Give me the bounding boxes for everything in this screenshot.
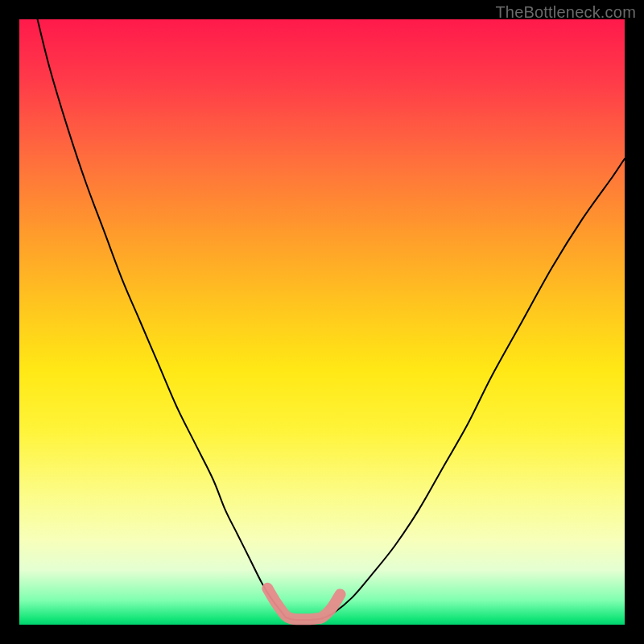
sweet-spot-overlay	[267, 588, 340, 619]
right-curve	[322, 159, 625, 619]
curve-svg	[19, 19, 625, 625]
left-curve	[38, 19, 286, 617]
watermark-text: TheBottleneck.com	[495, 3, 636, 22]
plot-area	[19, 19, 625, 625]
chart-frame: TheBottleneck.com	[0, 0, 644, 644]
